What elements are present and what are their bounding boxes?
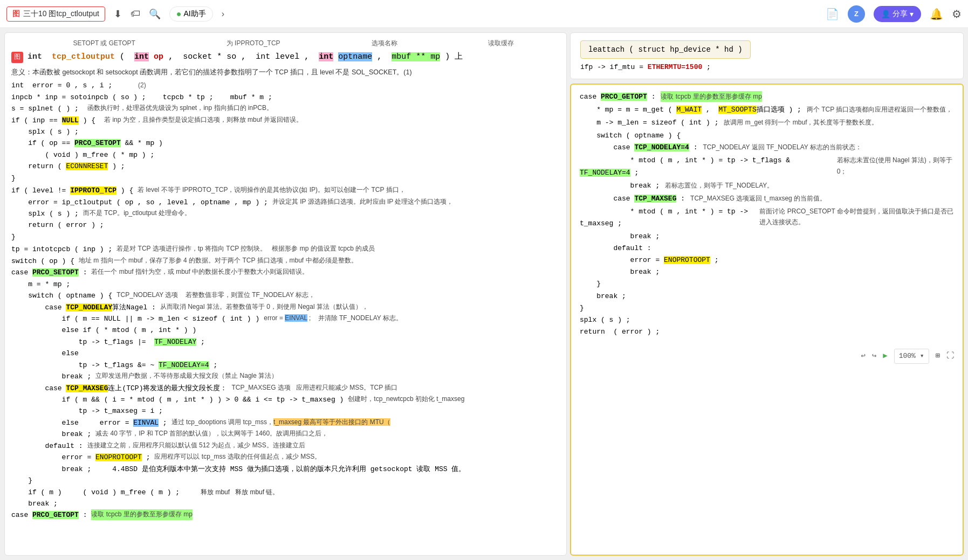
tag-icon[interactable]: 🏷 [131, 8, 140, 19]
code-line-with-ann: break ; 立即发送用户数据，不等待形成最大报文段（禁止 Nagle 算法） [11, 371, 560, 382]
code-line: tp -> t_flags |= TF_NODELAY ; [11, 336, 560, 348]
bottom-toolbar: ↩ ↪ ▶ 100% ▾ ⊞ ⛶ [580, 349, 954, 364]
download-icon[interactable]: ⬇ [114, 8, 122, 20]
code-line: } [11, 475, 560, 486]
rb-line: * mp = m = m_get ( M_WAIT , MT_SOOPTS插口选… [580, 104, 954, 116]
code-line-with-ann: default : 连接建立之前，应用程序只能以默认值 512 为起点，减少 M… [11, 440, 560, 452]
code-line-with-ann: error = ENOPROTOOPT ; 应用程序可以以 tcp_mss 选取… [11, 452, 560, 463]
rb-line: } [580, 278, 954, 290]
func-signature-line: 图 int tcp_ctloutput ( int op , socket * … [11, 51, 560, 64]
redo-icon[interactable]: ↪ [872, 350, 876, 363]
topbar-right: 📄 Z 👤 分享 ▾ 🔔 ⚙ [826, 5, 962, 23]
code-line-with-ann: case TCP_MAXSEG连上(TCP)将发送的最大报文段长度： TCP_M… [11, 383, 560, 394]
rb-line: break ; [580, 231, 954, 243]
tab-label: 三十10 图tcp_ctloutput [23, 9, 99, 19]
code-line: ( void ) m_free ( * mp ) ; [11, 149, 560, 161]
code-line: splx ( s ) ; [11, 126, 560, 137]
code-line: inpcb * inp = sotoinpcb ( so ) ; tcpcb *… [11, 92, 560, 103]
code-line-with-ann: else error = EINVAL ; 通过 tcp_dooptions 调… [11, 417, 560, 428]
more-button[interactable]: › [222, 9, 224, 19]
rb-line: switch ( optname ) { [580, 130, 954, 142]
rb-line: error = ENOPROTOOPT ; [580, 254, 954, 266]
avatar: Z [848, 5, 865, 23]
share-label: 分享 [893, 9, 908, 19]
rb-line: splx ( s ) ; [580, 314, 954, 326]
code-line: break ; [11, 498, 560, 509]
rb-line: return ( error ) ; [580, 326, 954, 338]
code-line: if ( op == PRCO_SETOPT && * mp ) [11, 137, 560, 149]
right-bottom-panel[interactable]: case PRCO_GETOPT : 读取 tcpcb 里的参数至形参缓存 mp… [570, 84, 964, 556]
bell-icon[interactable]: 🔔 [930, 8, 943, 20]
code-line: return ( ECONNRESET ) ; [11, 161, 560, 172]
right-top-func: leattach ( struct hp_device * hd ) [580, 40, 751, 59]
code-line: int error = 0 , s , i ; (2) [11, 80, 560, 91]
code-line: return ( error ) ; [11, 219, 560, 231]
code-line-with-ann: break ; 减去 40 字节，IP 和 TCP 首部的默认值），以太网等于 … [11, 428, 560, 440]
code-line: } [11, 172, 560, 184]
search-icon[interactable]: 🔍 [149, 8, 161, 20]
func-icon: 图 [11, 52, 23, 63]
code-line: break ; 4.4BSD 是伯克利版本中第一次支持 MSS 做为插口选项，以… [11, 464, 560, 475]
zoom-level[interactable]: 100% ▾ [894, 349, 929, 364]
code-line: tp -> t_maxseg = i ; [11, 405, 560, 417]
rb-line: case PRCO_GETOPT : 读取 tcpcb 里的参数至形参缓存 mp [580, 91, 954, 103]
code-line: else if ( * mtod ( m , int * ) ) [11, 324, 560, 336]
rb-line: break ; [580, 266, 954, 278]
right-top-code: ifp -> if_mtu = ETHERMTU=1500 ; [580, 63, 953, 71]
code-line-with-ann: case PRCO_SETOPT : 若任一个 mbuf 指针为空，或 mbuf… [11, 267, 560, 278]
rb-line: break ; [580, 291, 954, 302]
code-line-with-ann: switch ( optname ) { TCP_NODELAY 选项 若整数值… [11, 290, 560, 301]
settings-icon[interactable]: ⚙ [952, 8, 962, 20]
ann-setopt: SETOPT 或 GETOPT [73, 38, 135, 49]
ai-assistant-button[interactable]: ● AI助手 [169, 6, 213, 22]
func-sig-text: int tcp_ctloutput ( int op , socket * so… [28, 51, 463, 64]
undo-icon[interactable]: ↩ [861, 350, 865, 363]
share-icon: 👤 [881, 10, 890, 18]
ai-dot-icon: ● [176, 9, 182, 19]
rb-line: case TCP_MAXSEG : TCP_MAXSEG 选项返回 t_maxs… [580, 193, 954, 205]
ann-ipproto: 为 IPPROTO_TCP [226, 38, 280, 49]
cursor-icon[interactable]: ▶ [883, 350, 887, 363]
right-panel: leattach ( struct hp_device * hd ) ifp -… [570, 32, 964, 556]
rb-line: default : [580, 243, 954, 254]
rb-line: } [580, 302, 954, 314]
topbar: 图 三十10 图tcp_ctloutput ⬇ 🏷 🔍 ● AI助手 › 📄 Z… [0, 0, 968, 28]
code-line-with-ann: switch ( op ) { 地址 m 指向一个 mbuf，保存了形参 4 的… [11, 255, 560, 267]
share-button[interactable]: 👤 分享 ▾ [874, 6, 921, 22]
code-line-with-ann: splx ( s ) ; 而不是 TCP。ip_ctloutput 处理命令。 [11, 208, 560, 219]
code-line: if ( m ) ( void ) m_free ( m ) ; 释放 mbuf… [11, 487, 560, 498]
desc1: 意义：本函数被 getsockopt 和 setsockopt 函数调用，若它们… [11, 67, 560, 78]
code-area: int error = 0 , s , i ; (2) inpcb * inp … [11, 80, 560, 521]
code-line-with-ann: s = splnet ( ) ; 函数执行时，处理器优先级设为 splnet，i… [11, 103, 560, 114]
fit-icon[interactable]: ⊞ [936, 350, 940, 363]
article-icon[interactable]: 📄 [826, 8, 839, 20]
code-line: tp -> t_flags &= ~ TF_NODELAY=4 ; [11, 359, 560, 371]
code-line-with-ann: case TCP_NODELAY算法Nagel : 从而取消 Negal 算法。… [11, 302, 560, 313]
rb-line: break ; 若标志置位，则等于 TF_NODELAY。 [580, 180, 954, 192]
code-line: m = * mp ; [11, 279, 560, 290]
ann-optname: 选项名称 [372, 38, 397, 49]
right-top-card: leattach ( struct hp_device * hd ) ifp -… [570, 32, 964, 79]
code-line-with-ann: if ( inp == NULL ) { 若 inp 为空，且操作类型是设定插口… [11, 115, 560, 126]
code-line-with-ann: error = ip_ctloutput ( op , so , level ,… [11, 197, 560, 208]
ann-readbuf: 读取缓存 [488, 38, 514, 49]
rb-line: * mtod ( m , int * ) = tp -> t_flags & T… [580, 155, 954, 178]
fullscreen-icon[interactable]: ⛶ [946, 350, 954, 363]
code-line-with-ann: if ( level != IPPROTO_TCP ) { 若 level 不等… [11, 185, 560, 196]
topbar-icons: ⬇ 🏷 🔍 ● AI助手 › [114, 6, 224, 22]
rb-line: * mtod ( m , int * ) = tp -> t_maxseg ; … [580, 206, 954, 230]
left-panel[interactable]: SETOPT 或 GETOPT 为 IPPROTO_TCP 选项名称 读取缓存 … [4, 32, 567, 556]
func-annotations: SETOPT 或 GETOPT 为 IPPROTO_TCP 选项名称 读取缓存 [11, 38, 560, 49]
active-tab[interactable]: 图 三十10 图tcp_ctloutput [6, 6, 105, 22]
code-line-with-ann: tp = intotcpcb ( inp ) ; 若是对 TCP 选项进行操作，… [11, 244, 560, 255]
ai-label: AI助手 [184, 9, 206, 19]
main-content: SETOPT 或 GETOPT 为 IPPROTO_TCP 选项名称 读取缓存 … [0, 28, 968, 560]
code-line-with-ann: if ( m == NULL || m -> m_len < sizeof ( … [11, 313, 560, 324]
rb-line: m -> m_len = sizeof ( int ) ; 故调用 m_get … [580, 117, 954, 129]
code-line-with-ann: if ( m && ( i = * mtod ( m , int * ) ) >… [11, 394, 560, 405]
tab-icon: 图 [12, 9, 20, 19]
rb-line: case TCP_NODELAY=4 : TCP_NODELAY 返回 TF_N… [580, 142, 954, 154]
share-arrow-icon: ▾ [910, 10, 914, 18]
code-line: else [11, 348, 560, 359]
code-line-with-ann: case PRCO_GETOPT : 读取 tcpcb 里的参数至形参缓存 mp [11, 509, 560, 521]
